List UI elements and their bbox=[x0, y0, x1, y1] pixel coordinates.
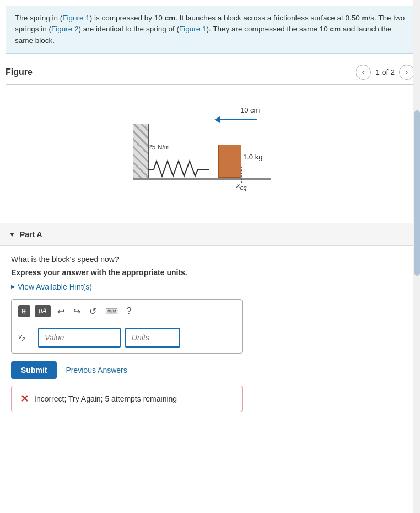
arrow-head-left bbox=[214, 116, 220, 123]
figure1-link[interactable]: Figure 1 bbox=[62, 14, 90, 22]
diagram-container: 10 cm 25 N/m 1.0 kg bbox=[133, 101, 287, 195]
question-text: What is the block's speed now? bbox=[11, 255, 409, 264]
error-icon: ✕ bbox=[20, 393, 29, 405]
info-text: The spring in (Figure 1) is compressed b… bbox=[15, 14, 405, 45]
floor bbox=[133, 178, 271, 180]
block bbox=[218, 145, 241, 178]
units-input[interactable] bbox=[125, 328, 180, 348]
info-box: The spring in (Figure 1) is compressed b… bbox=[6, 6, 414, 54]
undo-icon: ↩ bbox=[57, 307, 64, 316]
hint-link[interactable]: View Available Hint(s) bbox=[11, 282, 409, 291]
arrow-group bbox=[214, 116, 257, 123]
v2-label: v2 = bbox=[18, 333, 34, 343]
error-box: ✕ Incorrect; Try Again; 5 attempts remai… bbox=[11, 386, 243, 412]
question-mark-icon: ? bbox=[127, 306, 132, 316]
grid-icon: ⊞ bbox=[21, 307, 27, 315]
part-arrow-icon: ▼ bbox=[9, 231, 15, 238]
refresh-icon: ↺ bbox=[89, 307, 96, 316]
figure2-link[interactable]: Figure 2 bbox=[51, 25, 79, 33]
toolbar: ⊞ μΑ ↩ ↪ ↺ ⌨ ? bbox=[18, 305, 235, 322]
mass-label: 1.0 kg bbox=[243, 153, 262, 161]
refresh-button[interactable]: ↺ bbox=[87, 305, 99, 318]
part-a-header[interactable]: ▼ Part A bbox=[0, 223, 420, 246]
redo-button[interactable]: ↪ bbox=[71, 305, 83, 318]
scrollbar-thumb[interactable] bbox=[414, 110, 420, 276]
wall bbox=[133, 124, 149, 179]
mu-button[interactable]: μΑ bbox=[35, 305, 51, 317]
figure-counter: 1 of 2 bbox=[375, 68, 395, 77]
part-a-section: ▼ Part A What is the block's speed now? … bbox=[0, 223, 420, 421]
distance-label: 10 cm bbox=[240, 106, 260, 114]
undo-button[interactable]: ↩ bbox=[55, 305, 67, 318]
figure1-link-2[interactable]: Figure 1 bbox=[179, 25, 207, 33]
figure-header: Figure ‹ 1 of 2 › bbox=[6, 65, 414, 85]
answer-box: ⊞ μΑ ↩ ↪ ↺ ⌨ ? bbox=[11, 299, 243, 354]
spring-label: 25 N/m bbox=[148, 143, 170, 151]
previous-answers-link[interactable]: Previous Answers bbox=[66, 366, 127, 375]
arrow-line bbox=[220, 119, 257, 121]
next-figure-button[interactable]: › bbox=[399, 65, 414, 80]
grid-button[interactable]: ⊞ bbox=[18, 305, 30, 317]
scrollbar[interactable] bbox=[413, 0, 420, 513]
error-text: Incorrect; Try Again; 5 attempts remaini… bbox=[34, 394, 177, 403]
figure-diagram: 10 cm 25 N/m 1.0 kg bbox=[6, 85, 414, 217]
action-row: Submit Previous Answers bbox=[11, 361, 409, 379]
spring-svg bbox=[148, 158, 220, 178]
keyboard-button[interactable]: ⌨ bbox=[103, 305, 120, 318]
part-a-title: Part A bbox=[20, 230, 42, 239]
express-text: Express your answer with the appropriate… bbox=[11, 268, 409, 277]
input-row: v2 = bbox=[18, 328, 235, 348]
submit-button[interactable]: Submit bbox=[11, 361, 57, 379]
part-a-content: What is the block's speed now? Express y… bbox=[0, 246, 420, 421]
figure-title: Figure bbox=[6, 67, 33, 77]
value-input[interactable] bbox=[38, 328, 121, 348]
keyboard-icon: ⌨ bbox=[105, 307, 118, 316]
figure-nav: ‹ 1 of 2 › bbox=[356, 65, 414, 80]
mu-icon: μΑ bbox=[39, 307, 47, 315]
redo-icon: ↪ bbox=[73, 307, 80, 316]
position-label: xeq bbox=[236, 181, 247, 191]
figure-section: Figure ‹ 1 of 2 › 10 cm 25 N/m bbox=[6, 65, 414, 217]
help-button[interactable]: ? bbox=[125, 305, 134, 317]
prev-figure-button[interactable]: ‹ bbox=[356, 65, 371, 80]
